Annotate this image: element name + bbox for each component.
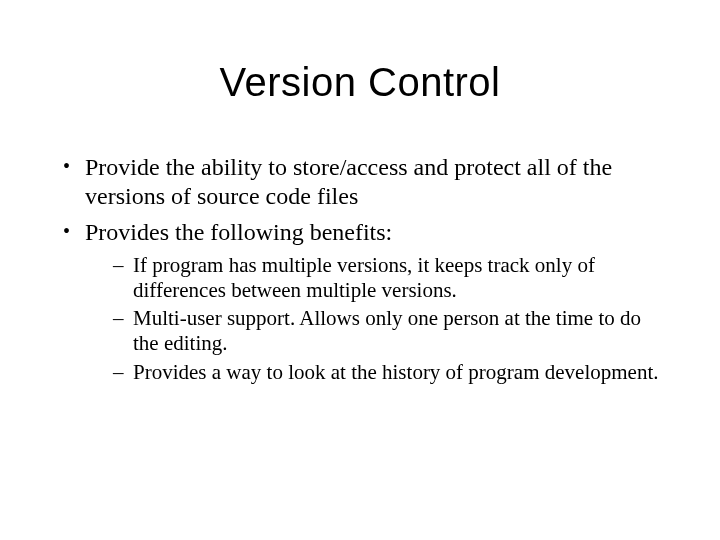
slide: Version Control Provide the ability to s… (0, 0, 720, 540)
sub-bullet-text: Provides a way to look at the history of… (133, 360, 658, 384)
sub-bullet-text: If program has multiple versions, it kee… (133, 253, 595, 302)
bullet-text: Provides the following benefits: (85, 219, 392, 245)
list-item: If program has multiple versions, it kee… (85, 253, 665, 303)
bullet-text: Provide the ability to store/access and … (85, 154, 612, 209)
list-item: Provides the following benefits: If prog… (55, 218, 665, 385)
slide-title: Version Control (55, 60, 665, 105)
sub-bullet-text: Multi-user support. Allows only one pers… (133, 306, 641, 355)
list-item: Provide the ability to store/access and … (55, 153, 665, 212)
sub-bullet-list: If program has multiple versions, it kee… (85, 253, 665, 385)
list-item: Provides a way to look at the history of… (85, 360, 665, 385)
list-item: Multi-user support. Allows only one pers… (85, 306, 665, 356)
bullet-list: Provide the ability to store/access and … (55, 153, 665, 385)
